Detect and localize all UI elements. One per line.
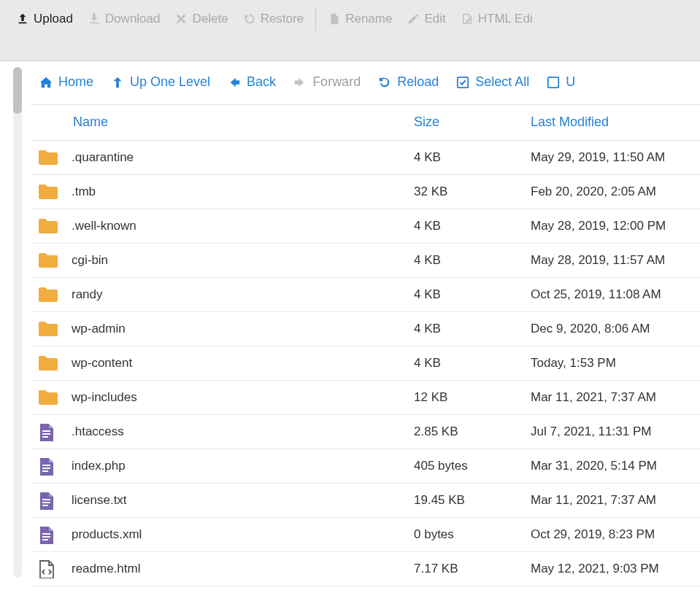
table-row[interactable]: products.xml0 bytesOct 29, 2019, 8:23 PM [31,517,700,551]
file-modified: May 28, 2019, 11:57 AM [531,243,700,277]
forward-button[interactable]: Forward [293,74,361,90]
home-button[interactable]: Home [39,74,93,90]
square-icon [547,76,560,89]
table-row[interactable]: readme.html7.17 KBMay 12, 2021, 9:03 PM [31,551,700,586]
doc-file-icon [36,491,58,510]
file-name: cgi-bin [72,253,108,268]
edit-label: Edit [424,12,445,26]
folder-icon [36,285,58,304]
table-row[interactable]: .htaccess2.85 KBJul 7, 2021, 11:31 PM [31,414,700,449]
file-size: 4 KB [414,346,531,380]
folder-icon [36,388,58,407]
delete-icon [174,12,188,26]
table-row[interactable]: wp-includes12 KBMar 11, 2021, 7:37 AM [31,380,700,414]
html-editor-label: HTML Edi [478,12,533,26]
col-header-modified[interactable]: Last Modified [531,105,700,140]
doc-file-icon [36,525,58,544]
file-modified: Jul 7, 2021, 11:31 PM [531,414,700,449]
html-editor-button[interactable]: HTML Edi [453,7,540,31]
file-name: .well-known [72,219,136,233]
select-all-label: Select All [475,74,529,90]
file-name: .tmb [72,185,96,199]
col-header-size[interactable]: Size [414,105,531,140]
file-size: 4 KB [414,243,531,277]
scrollbar-thumb[interactable] [13,67,22,114]
file-size: 4 KB [414,209,531,243]
check-square-icon [456,76,469,89]
file-name: wp-content [72,356,132,371]
table-row[interactable]: .tmb32 KBFeb 20, 2020, 2:05 AM [31,174,700,209]
file-size: 4 KB [414,311,531,346]
main: Home Up One Level Back Forward Reload Se… [0,61,700,601]
file-name: products.xml [72,527,142,542]
file-size: 32 KB [414,174,531,209]
file-name: readme.html [72,562,140,576]
file-size: 4 KB [414,277,531,311]
up-one-level-button[interactable]: Up One Level [111,74,210,90]
download-icon [88,12,101,26]
file-name: randy [72,287,103,302]
tree-scrollbar[interactable] [10,61,25,601]
up-icon [111,76,124,89]
restore-icon [243,12,256,26]
file-size: 2.85 KB [414,414,531,449]
table-row[interactable]: license.txt19.45 KBMar 11, 2021, 7:37 AM [31,483,700,517]
forward-label: Forward [312,74,361,90]
table-row[interactable]: wp-content4 KBToday, 1:53 PM [31,346,700,380]
table-row[interactable]: index.php405 bytesMar 31, 2020, 5:14 PM [31,449,700,483]
file-modified: May 29, 2019, 11:50 AM [531,140,700,174]
folder-icon [36,319,58,338]
upload-button[interactable]: Upload [9,7,80,31]
top-toolbar: Upload Download Delete Restore Rename Ed… [0,0,700,61]
folder-icon [36,251,58,270]
unselect-label: U [566,74,575,90]
unselect-all-button[interactable]: U [547,74,575,90]
pencil-icon [407,12,420,26]
rename-button[interactable]: Rename [320,7,399,31]
file-name: .htaccess [72,424,124,439]
table-header-row: Name Size Last Modified [31,105,700,140]
file-name: wp-admin [72,322,126,336]
file-size: 4 KB [414,140,531,174]
rename-label: Rename [345,12,392,26]
restore-button[interactable]: Restore [236,7,312,31]
reload-button[interactable]: Reload [378,74,439,90]
file-modified: Mar 11, 2021, 7:37 AM [531,380,700,414]
delete-button[interactable]: Delete [167,7,235,31]
restore-label: Restore [261,12,304,26]
file-size: 0 bytes [414,517,531,551]
table-row[interactable]: .well-known4 KBMay 28, 2019, 12:00 PM [31,209,700,243]
file-modified: Oct 29, 2019, 8:23 PM [531,517,700,551]
file-modified: Feb 20, 2020, 2:05 AM [531,174,700,209]
file-modified: Dec 9, 2020, 8:06 AM [531,311,700,346]
file-name: wp-includes [72,390,137,405]
file-name: index.php [72,459,126,473]
doc-icon [328,12,341,26]
col-header-name[interactable]: Name [31,105,414,140]
back-label: Back [247,74,276,90]
code-file-icon [36,559,58,578]
navbar: Home Up One Level Back Forward Reload Se… [31,67,700,105]
folder-icon [36,148,58,167]
table-row[interactable]: randy4 KBOct 25, 2019, 11:08 AM [31,277,700,311]
content-pane: Home Up One Level Back Forward Reload Se… [25,61,700,601]
download-label: Download [105,12,161,26]
scrollbar-track[interactable] [13,67,22,578]
reload-icon [378,76,391,89]
upload-label: Upload [34,12,73,26]
file-name: license.txt [72,493,127,508]
file-size: 405 bytes [414,449,531,483]
edit-button[interactable]: Edit [399,7,453,31]
download-button[interactable]: Download [80,7,168,31]
back-button[interactable]: Back [228,74,276,90]
file-table: Name Size Last Modified .quarantine4 KBM… [31,105,700,586]
table-row[interactable]: cgi-bin4 KBMay 28, 2019, 11:57 AM [31,243,700,277]
delete-label: Delete [192,12,228,26]
left-tree-pane [0,61,10,601]
file-size: 7.17 KB [414,551,531,586]
table-row[interactable]: .quarantine4 KBMay 29, 2019, 11:50 AM [31,140,700,174]
table-row[interactable]: wp-admin4 KBDec 9, 2020, 8:06 AM [31,311,700,346]
select-all-button[interactable]: Select All [456,74,529,90]
folder-icon [36,217,58,236]
file-size: 12 KB [414,380,531,414]
